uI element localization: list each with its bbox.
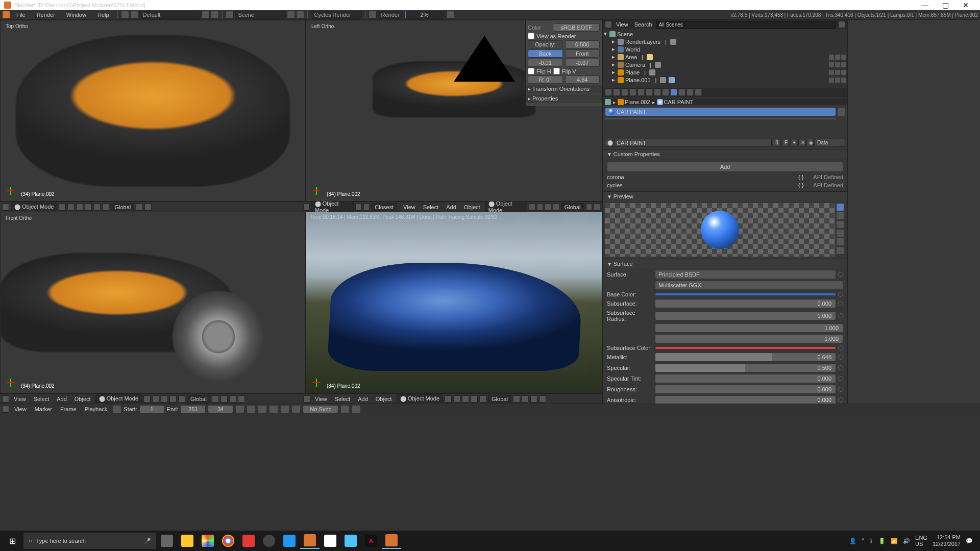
- remove-scene-icon[interactable]: [296, 11, 304, 19]
- menu-marker[interactable]: Marker: [32, 406, 55, 412]
- start-button[interactable]: ⊞: [2, 533, 22, 549]
- manipulator-icon[interactable]: [76, 204, 83, 211]
- menu-playback[interactable]: Playback: [82, 406, 111, 412]
- link-selector[interactable]: Data: [815, 139, 845, 147]
- tab-constraints[interactable]: [646, 89, 653, 96]
- selectable-icon[interactable]: [835, 78, 840, 83]
- preview-flat-button[interactable]: [836, 203, 844, 211]
- layer-icon[interactable]: [102, 204, 109, 211]
- aniso-field[interactable]: 0.000: [655, 395, 836, 404]
- tab-data[interactable]: [662, 89, 669, 96]
- subsurface-field[interactable]: 0.000: [655, 299, 836, 308]
- pivot-icon[interactable]: [363, 204, 370, 211]
- outliner-item-area[interactable]: ▸Area|: [604, 53, 846, 61]
- add-layout-icon[interactable]: [202, 11, 210, 19]
- renderable-icon[interactable]: [841, 78, 846, 83]
- play-reverse-button[interactable]: [258, 405, 267, 413]
- node-socket[interactable]: [838, 301, 843, 306]
- tray-expand-icon[interactable]: ˄: [862, 538, 865, 544]
- render-icon[interactable]: [369, 11, 377, 19]
- menu-render[interactable]: Render: [32, 11, 60, 19]
- menu-view[interactable]: View: [11, 396, 29, 402]
- visibility-icon[interactable]: [829, 55, 834, 60]
- flip-v-checkbox[interactable]: [553, 68, 560, 74]
- node-socket[interactable]: [838, 313, 843, 318]
- app-button[interactable]: [341, 533, 360, 549]
- tab-physics[interactable]: [695, 89, 702, 96]
- icon[interactable]: [462, 395, 469, 403]
- editor-type-icon[interactable]: [303, 204, 310, 211]
- editor-type-icon[interactable]: [303, 395, 310, 403]
- icon[interactable]: [539, 395, 546, 403]
- material-specials-button[interactable]: [837, 128, 845, 135]
- material-browse[interactable]: ⬤: [605, 139, 613, 147]
- mail-button[interactable]: [321, 533, 340, 549]
- menu-select[interactable]: Select: [332, 396, 354, 402]
- tab-render[interactable]: [605, 89, 612, 96]
- snap-icon[interactable]: [136, 204, 143, 211]
- material-users[interactable]: 8: [773, 139, 781, 147]
- render-button[interactable]: Render: [378, 11, 403, 19]
- icon[interactable]: [453, 395, 460, 403]
- front-button[interactable]: Front: [565, 49, 600, 58]
- viewport-front[interactable]: Front Ortho (34) Plane.002: [0, 212, 306, 393]
- taskbar-search[interactable]: ○ Type here to search 🎤: [23, 533, 156, 549]
- icon[interactable]: [212, 395, 219, 403]
- blender-running-button[interactable]: [382, 533, 401, 549]
- sscolor-field[interactable]: [655, 346, 836, 349]
- renderable-icon[interactable]: [841, 55, 846, 60]
- snap-field[interactable]: Closest: [371, 203, 397, 211]
- basecolor-field[interactable]: [655, 293, 836, 296]
- renderable-icon[interactable]: [841, 62, 846, 67]
- add-material-button[interactable]: [837, 107, 845, 116]
- menu-view[interactable]: View: [312, 396, 330, 402]
- node-socket[interactable]: [838, 376, 843, 381]
- new-material-button[interactable]: +: [790, 139, 797, 147]
- editor-type-icon[interactable]: [605, 21, 612, 28]
- current-frame-field[interactable]: 34: [208, 405, 233, 413]
- custom-properties-header[interactable]: ▼ Custom Properties: [603, 149, 847, 159]
- modefield[interactable]: ⬤ Object Mode: [397, 394, 443, 403]
- modefield[interactable]: ⬤ Object Mode: [11, 203, 57, 211]
- autokey-button[interactable]: [340, 405, 350, 413]
- editor-type-icon[interactable]: [2, 406, 9, 413]
- layer-icon[interactable]: [93, 204, 101, 211]
- outliner-item-plane[interactable]: ▸Plane|: [604, 68, 846, 76]
- viewport-render[interactable]: Time:00:18.14 | Mem:122.83M, Peak:146.81…: [306, 212, 602, 393]
- preview-world-button[interactable]: [836, 246, 844, 255]
- modefield[interactable]: ⬤ Object Mode: [95, 394, 142, 403]
- start-frame-field[interactable]: 1: [139, 405, 165, 413]
- spectint-field[interactable]: 0.000: [655, 374, 836, 383]
- selectable-icon[interactable]: [835, 70, 840, 75]
- colorspace-field[interactable]: sRGB EOTF: [553, 23, 600, 32]
- icon[interactable]: [513, 395, 520, 403]
- remove-material-button[interactable]: [837, 118, 845, 126]
- node-socket[interactable]: [838, 345, 843, 350]
- tray-wifi-icon[interactable]: 📶: [891, 538, 898, 544]
- view-as-render-checkbox[interactable]: [528, 33, 534, 39]
- flip-h-checkbox[interactable]: [528, 68, 534, 74]
- node-socket[interactable]: [838, 272, 843, 277]
- tab-renderlayers[interactable]: [613, 89, 620, 96]
- icon[interactable]: [229, 395, 236, 403]
- ssradius-z[interactable]: 1.000: [655, 334, 843, 343]
- roughness-field[interactable]: 0.000: [655, 385, 836, 394]
- menu-help[interactable]: Help: [92, 11, 114, 19]
- app-button[interactable]: [198, 533, 217, 549]
- icon[interactable]: [479, 395, 486, 403]
- keyframe-prev-button[interactable]: [247, 405, 256, 413]
- tray-bluetooth-icon[interactable]: ᛒ: [870, 538, 873, 544]
- tab-world[interactable]: [629, 89, 636, 96]
- renderable-icon[interactable]: [841, 70, 846, 75]
- end-frame-field[interactable]: 251: [180, 405, 206, 413]
- material-name-field[interactable]: CAR PAINT: [614, 139, 772, 147]
- icon[interactable]: [594, 204, 600, 211]
- icon[interactable]: [178, 395, 185, 403]
- jump-end-button[interactable]: [291, 405, 301, 413]
- clock[interactable]: 12:54 PM12/29/2017: [933, 534, 961, 547]
- rotation-value[interactable]: R: 0°: [528, 76, 563, 84]
- specular-field[interactable]: 0.500: [655, 363, 836, 372]
- cancel-render-icon[interactable]: [446, 11, 454, 19]
- blender-button[interactable]: [300, 533, 320, 549]
- menu-object[interactable]: Object: [71, 396, 94, 402]
